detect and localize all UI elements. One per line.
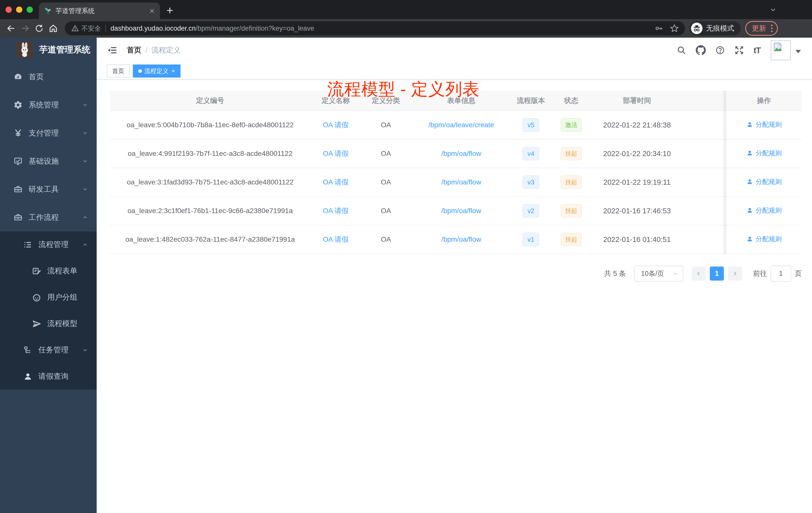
version-badge: v4 [522, 147, 539, 160]
fullscreen-icon[interactable] [730, 46, 749, 55]
browser-update-button[interactable]: 更新 [745, 21, 778, 36]
page-number-1[interactable]: 1 [710, 267, 724, 280]
user-avatar[interactable] [771, 40, 791, 60]
sidebar-item-system[interactable]: 系统管理 [0, 91, 97, 119]
table-row: oa_leave:4:991f2193-7b7f-11ec-a3c8-acde4… [110, 139, 802, 168]
tab-search-caret-icon[interactable] [769, 6, 777, 13]
next-page-button[interactable] [728, 267, 742, 280]
browser-menu-icon[interactable] [771, 25, 773, 32]
navbar-actions: tT [672, 40, 801, 60]
breadcrumb-separator: / [145, 46, 147, 55]
definition-category: OA [361, 225, 411, 254]
definition-id: oa_leave:2:3c1f0ef1-76b1-11ec-9c66-a2380… [110, 197, 311, 225]
deploy-time: 2022-01-22 21:48:38 [592, 111, 682, 139]
security-label: 不安全 [81, 24, 101, 33]
tab-close-icon[interactable]: × [149, 6, 154, 15]
url-text[interactable]: dashboard.yudao.iocoder.cn/bpm/manager/d… [111, 25, 654, 32]
person-icon [23, 372, 33, 381]
paper-plane-icon [32, 319, 42, 329]
definition-category: OA [361, 111, 411, 139]
browser-tab[interactable]: 芋道管理系统 × [39, 2, 160, 19]
goto-page-input[interactable] [771, 266, 791, 281]
definition-name-link[interactable]: OA 请假 [323, 121, 349, 129]
definition-name-link[interactable]: OA 请假 [323, 150, 349, 157]
maximize-window-button[interactable] [27, 6, 33, 13]
update-label: 更新 [752, 24, 766, 33]
reload-icon[interactable] [32, 21, 46, 35]
list-tree-icon [23, 240, 33, 249]
workflow-submenu: 流程管理 流程表单 [0, 232, 97, 390]
home-icon[interactable] [46, 21, 60, 35]
breadcrumb-home[interactable]: 首页 [127, 45, 141, 55]
definition-name-link[interactable]: OA 请假 [323, 207, 349, 215]
form-link[interactable]: /bpm/oa/leave/create [428, 121, 494, 129]
page-unit-label: 页 [795, 269, 802, 278]
security-indicator[interactable]: 不安全 [71, 24, 101, 33]
table-row: oa_leave:3:1fad3d93-7b75-11ec-a3c8-acde4… [110, 168, 802, 197]
version-badge: v3 [522, 175, 539, 189]
col-process-version: 流程版本 [512, 91, 550, 111]
sidebar-item-process-model[interactable]: 流程模型 [0, 310, 97, 337]
assign-rule-button[interactable]: 分配规则 [746, 206, 782, 215]
user-group-icon [32, 293, 42, 302]
tag-home[interactable]: 首页 [107, 64, 130, 78]
table-row: oa_leave:2:3c1f0ef1-76b1-11ec-9c66-a2380… [110, 197, 802, 225]
assign-rule-button[interactable]: 分配规则 [746, 177, 782, 186]
sidebar-item-home[interactable]: 首页 [0, 63, 97, 91]
sidebar-item-user-group[interactable]: 用户分组 [0, 284, 97, 310]
help-icon[interactable] [710, 46, 730, 55]
sidebar-item-workflow[interactable]: 工作流程 [0, 203, 97, 232]
yen-icon [13, 128, 23, 138]
chevron-left-icon [696, 271, 702, 277]
sidebar-item-task-management[interactable]: 任务管理 [0, 337, 97, 363]
status-badge: 激活 [561, 118, 582, 132]
top-navbar: 首页 / 流程定义 tT [97, 38, 812, 63]
sidebar-collapse-icon[interactable] [105, 43, 120, 58]
form-link[interactable]: /bpm/oa/flow [441, 207, 481, 215]
new-tab-button[interactable]: + [167, 3, 173, 19]
status-badge: 挂起 [561, 233, 582, 246]
prev-page-button[interactable] [692, 267, 706, 280]
tag-close-icon[interactable]: × [172, 68, 175, 74]
definition-name-link[interactable]: OA 请假 [323, 235, 349, 243]
chevron-down-icon [82, 158, 88, 164]
status-badge: 挂起 [561, 175, 582, 189]
sidebar-item-process-form[interactable]: 流程表单 [0, 258, 97, 284]
chevron-up-icon [82, 242, 88, 248]
font-size-icon[interactable]: tT [749, 46, 765, 55]
browser-toolbar: 不安全 dashboard.yudao.iocoder.cn/bpm/manag… [0, 19, 812, 38]
url-divider [106, 25, 106, 32]
form-link[interactable]: /bpm/oa/flow [441, 235, 481, 243]
sidebar-item-dev-tools[interactable]: 研发工具 [0, 175, 97, 203]
goto-label: 前往 [753, 269, 767, 278]
incognito-icon [691, 23, 702, 34]
forward-icon[interactable] [18, 21, 32, 35]
sidebar-item-leave-query[interactable]: 请假查询 [0, 363, 97, 390]
definition-name-link[interactable]: OA 请假 [323, 178, 349, 186]
assign-rule-button[interactable]: 分配规则 [746, 120, 782, 129]
assign-rule-button[interactable]: 分配规则 [746, 235, 782, 243]
close-window-button[interactable] [5, 6, 12, 13]
form-link[interactable]: /bpm/oa/flow [441, 178, 481, 186]
sidebar-item-payment[interactable]: 支付管理 [0, 119, 97, 147]
user-menu-caret-icon[interactable] [795, 50, 801, 53]
bookmark-star-icon[interactable] [670, 24, 679, 33]
assign-rule-button[interactable]: 分配规则 [746, 149, 782, 158]
form-link[interactable]: /bpm/oa/flow [441, 150, 481, 157]
github-icon[interactable] [691, 45, 710, 55]
minimize-window-button[interactable] [16, 6, 22, 13]
page-size-select[interactable]: 10条/页 [634, 266, 683, 281]
definition-category: OA [361, 139, 411, 168]
tag-process-definition[interactable]: 流程定义 × [133, 64, 180, 78]
password-key-icon[interactable] [654, 24, 663, 33]
sidebar-logo[interactable]: 芋道管理系统 [0, 38, 97, 62]
deploy-time: 2022-01-16 17:46:53 [592, 197, 682, 225]
chevron-down-icon [82, 102, 88, 108]
url-bar[interactable]: 不安全 dashboard.yudao.iocoder.cn/bpm/manag… [65, 21, 685, 35]
back-icon[interactable] [4, 21, 18, 35]
chevron-right-icon [732, 271, 738, 277]
sidebar-item-process-management[interactable]: 流程管理 [0, 232, 97, 258]
search-icon[interactable] [672, 46, 691, 55]
main-area: 流程模型 - 定义列表 首页 / 流程定义 [97, 38, 812, 513]
sidebar-item-infrastructure[interactable]: 基础设施 [0, 147, 97, 175]
